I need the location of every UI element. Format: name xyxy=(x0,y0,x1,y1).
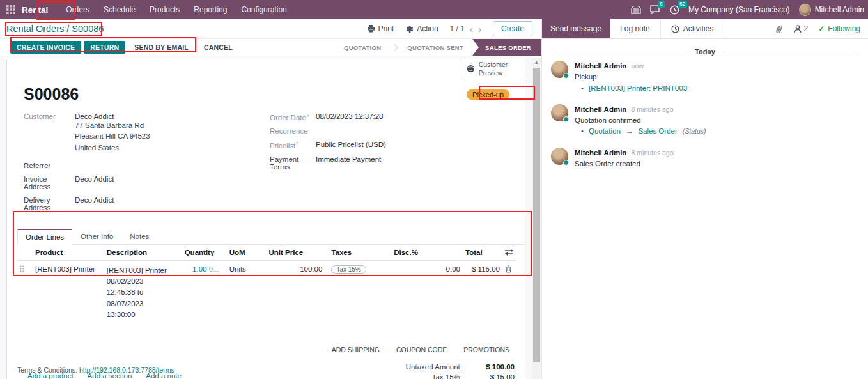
order-line-row[interactable]: [RENT003] Printer [RENT003] Printer 08/0… xyxy=(17,260,516,325)
col-disc[interactable]: Disc.% xyxy=(391,245,463,261)
company-switcher[interactable]: My Company (San Francisco) xyxy=(688,5,790,14)
tab-other-info[interactable]: Other Info xyxy=(72,229,121,244)
untaxed-amount-value: $ 100.00 xyxy=(470,363,515,371)
message-author[interactable]: Mitchell Admin xyxy=(575,149,626,157)
form-view-area: Customer Preview Picked-up S00086 Custom… xyxy=(0,56,532,379)
cell-quantity[interactable]: 1.00 0... xyxy=(182,260,222,325)
col-quantity[interactable]: Quantity xyxy=(182,245,222,261)
activities-clock-icon[interactable]: 62 xyxy=(670,5,679,15)
activities-button[interactable]: Activities xyxy=(661,19,724,38)
create-invoice-button[interactable]: CREATE INVOICE xyxy=(10,41,81,54)
stage-pipeline: QUOTATION QUOTATION SENT SALES ORDER xyxy=(335,39,541,56)
menu-orders[interactable]: Orders xyxy=(59,0,96,19)
customer-preview-button[interactable]: Customer Preview xyxy=(461,59,525,79)
message-text: Quotation confirmed xyxy=(575,115,706,126)
cancel-button[interactable]: CANCEL xyxy=(198,41,239,54)
message-time: 8 minutes ago xyxy=(632,149,674,157)
create-button[interactable]: Create xyxy=(493,21,532,36)
tab-notes[interactable]: Notes xyxy=(121,229,157,244)
tax-tag: Tax 15% xyxy=(331,265,366,274)
attachment-button[interactable] xyxy=(775,24,784,34)
stage-separator-icon xyxy=(390,43,398,52)
pager-next-icon[interactable]: › xyxy=(478,24,481,34)
user-menu[interactable]: Mitchell Admin xyxy=(799,4,864,16)
messages-count-badge: 6 xyxy=(658,1,665,8)
bullet-icon: • xyxy=(581,126,584,137)
messages-icon[interactable]: 6 xyxy=(650,5,661,14)
top-navbar: Rental Orders Schedule Products Reportin… xyxy=(0,0,868,19)
recurrence-label: Recurrence xyxy=(270,127,316,135)
optional-columns-icon[interactable] xyxy=(502,245,516,261)
table-header-row: Product Description Quantity UoM Unit Pr… xyxy=(17,245,516,261)
pager-previous-icon[interactable]: ‹ xyxy=(470,24,473,34)
payment-terms-value[interactable]: Immediate Payment xyxy=(316,155,381,171)
pricelist-value[interactable]: Public Pricelist (USD) xyxy=(316,141,386,150)
message-text: Pickup: xyxy=(575,72,687,82)
vertical-scrollbar[interactable]: ▲ ▼ xyxy=(532,58,541,379)
stage-quotation-sent[interactable]: QUOTATION SENT xyxy=(398,39,472,56)
globe-icon xyxy=(467,63,475,74)
customer-value[interactable]: Deco Addict xyxy=(75,112,150,120)
cell-uom[interactable]: Units xyxy=(222,260,267,325)
promotions-button[interactable]: PROMOTIONS xyxy=(463,346,509,353)
col-unit-price[interactable]: Unit Price xyxy=(267,245,325,261)
drag-handle-icon[interactable] xyxy=(17,260,33,325)
breadcrumb[interactable]: Rental Orders / S00086 xyxy=(6,24,104,34)
cell-taxes[interactable]: Tax 15% xyxy=(325,260,391,325)
col-product[interactable]: Product xyxy=(33,245,104,261)
stage-quotation[interactable]: QUOTATION xyxy=(335,39,390,56)
invoice-address-value[interactable]: Deco Addict xyxy=(75,175,114,190)
activities-count-badge: 62 xyxy=(678,1,687,8)
scroll-up-icon[interactable]: ▲ xyxy=(534,58,539,67)
message-author[interactable]: Mitchell Admin xyxy=(575,62,626,70)
delivery-address-value[interactable]: Deco Addict xyxy=(75,196,114,212)
return-button[interactable]: RETURN xyxy=(84,41,125,54)
scrollbar-thumb[interactable] xyxy=(533,68,540,362)
menu-products[interactable]: Products xyxy=(143,0,186,19)
app-name[interactable]: Rental xyxy=(22,5,48,15)
systray-notifications-icon[interactable] xyxy=(631,6,641,14)
send-by-email-button[interactable]: SEND BY EMAIL xyxy=(128,41,195,54)
col-total[interactable]: Total xyxy=(463,245,502,261)
cell-unit-price[interactable]: 100.00 xyxy=(267,260,325,325)
stage-sales-order-active[interactable]: SALES ORDER xyxy=(472,39,541,56)
log-note-button[interactable]: Log note xyxy=(610,19,661,38)
main-pane: Rental Orders / S00086 Print Action 1 / … xyxy=(0,19,541,379)
terms-link[interactable]: http://192.168.0.173:7788/terms xyxy=(79,366,174,374)
tracking-new-value[interactable]: Sales Order xyxy=(638,126,677,137)
followers-button[interactable]: 2 xyxy=(794,24,809,33)
printer-icon xyxy=(367,25,375,33)
menu-reporting[interactable]: Reporting xyxy=(187,0,233,19)
order-lines-table: Product Description Quantity UoM Unit Pr… xyxy=(17,245,516,325)
message-avatar xyxy=(551,148,568,165)
cell-disc[interactable]: 0.00 xyxy=(391,260,463,325)
coupon-code-button[interactable]: COUPON CODE xyxy=(396,346,447,353)
order-date-value[interactable]: 08/02/2023 12:37:28 xyxy=(316,112,384,121)
col-description[interactable]: Description xyxy=(104,245,182,261)
cell-product[interactable]: [RENT003] Printer xyxy=(33,260,104,325)
following-button[interactable]: ✓ Following xyxy=(818,24,860,33)
paperclip-icon xyxy=(775,24,784,34)
message-link[interactable]: [RENT003] Printer: PRINT003 xyxy=(589,83,687,94)
col-uom[interactable]: UoM xyxy=(222,245,267,261)
send-message-button[interactable]: Send message xyxy=(542,19,610,38)
action-button[interactable]: Action xyxy=(405,24,438,33)
totals-block: Untaxed Amount: $ 100.00 Tax 15%: $ 15.0… xyxy=(384,359,515,379)
chatter-panel: Send message Log note Activities 2 ✓ Fol… xyxy=(541,19,868,379)
pricelist-label: Pricelist xyxy=(270,142,295,150)
message-list: Mitchell Admin now Pickup: • [RENT003] P… xyxy=(542,59,868,181)
delete-row-icon[interactable] xyxy=(502,260,516,325)
col-taxes[interactable]: Taxes xyxy=(325,245,391,261)
cell-description[interactable]: [RENT003] Printer 08/02/2023 12:45:38 to… xyxy=(104,260,182,325)
presence-dot xyxy=(563,160,569,166)
apps-grid-icon[interactable] xyxy=(6,5,15,14)
statusbar: CREATE INVOICE RETURN SEND BY EMAIL CANC… xyxy=(0,38,541,56)
menu-schedule[interactable]: Schedule xyxy=(97,0,142,19)
tab-order-lines[interactable]: Order Lines xyxy=(17,229,72,245)
menu-configuration[interactable]: Configuration xyxy=(235,0,293,19)
add-shipping-button[interactable]: ADD SHIPPING xyxy=(332,346,380,353)
message-author[interactable]: Mitchell Admin xyxy=(575,105,626,113)
print-button[interactable]: Print xyxy=(367,24,394,33)
notebook-tabs: Order Lines Other Info Notes xyxy=(17,229,525,245)
tracking-old-value[interactable]: Quotation xyxy=(589,126,621,137)
